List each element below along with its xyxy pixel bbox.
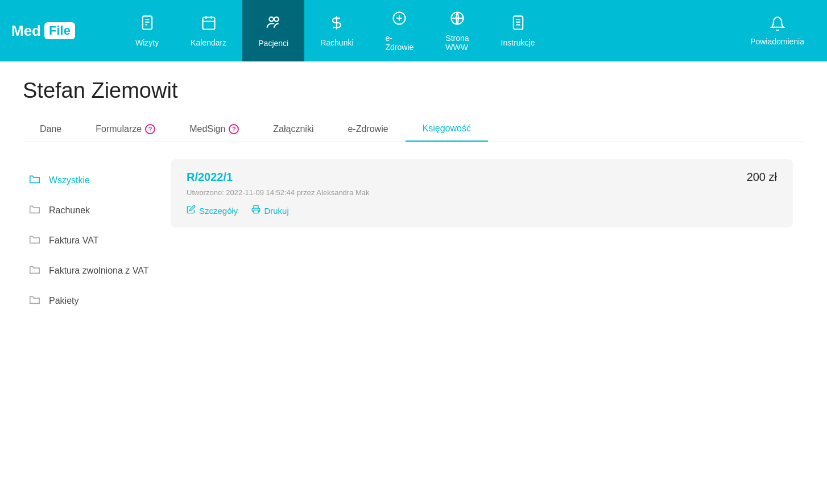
folder-icon-wszystkie	[28, 173, 41, 187]
folder-icon-rachunek	[28, 203, 41, 217]
invoice-print-label: Drukuj	[264, 206, 288, 216]
svg-rect-20	[254, 210, 258, 213]
tabs-bar: Dane Formularze ? MedSign ? Załączniki e…	[23, 117, 804, 142]
nav-item-rachunki[interactable]: Rachunki	[304, 0, 369, 61]
help-icon-medsign: ?	[229, 124, 239, 134]
people-icon	[265, 14, 282, 35]
nav-notifications[interactable]: Powiadomienia	[739, 16, 816, 46]
sidebar-item-faktura-zwolniona[interactable]: Faktura zwolniona z VAT	[23, 255, 159, 286]
nav-label-wizyty: Wizyty	[135, 38, 159, 47]
tab-label-formularze: Formularze	[96, 124, 142, 134]
clipboard-icon	[139, 15, 155, 35]
invoice-print-button[interactable]: Drukuj	[251, 205, 288, 216]
plus-circle-icon	[391, 10, 407, 30]
sidebar-label-faktura-zwolniona: Faktura zwolniona z VAT	[49, 266, 148, 276]
nav-label-pacjenci: Pacjenci	[258, 39, 288, 48]
invoice-details-button[interactable]: Szczegóły	[187, 205, 238, 216]
svg-rect-4	[202, 17, 214, 29]
navbar: Med File Wizyty	[0, 0, 827, 61]
nav-label-e-zdrowie: e-Zdrowie	[386, 34, 414, 52]
tab-dane[interactable]: Dane	[23, 117, 78, 142]
nav-label-powiadomienia: Powiadomienia	[750, 37, 804, 46]
invoice-area: R/2022/1 200 zł Utworzono: 2022-11-09 14…	[159, 159, 804, 316]
sidebar-item-wszystkie[interactable]: Wszystkie	[23, 165, 159, 195]
nav-item-e-zdrowie[interactable]: e-Zdrowie	[370, 0, 430, 61]
calendar-icon	[201, 15, 217, 35]
help-icon-formularze: ?	[145, 124, 155, 134]
nav-label-strona-www: Strona WWW	[445, 34, 469, 52]
invoice-id: R/2022/1	[187, 171, 233, 184]
logo-med-text: Med	[11, 22, 41, 40]
nav-item-kalendarz[interactable]: Kalendarz	[175, 0, 242, 61]
main-layout: Wszystkie Rachunek Faktura VAT	[23, 159, 804, 316]
tab-label-e-zdrowie: e-Zdrowie	[348, 124, 388, 134]
sidebar-item-faktura-vat[interactable]: Faktura VAT	[23, 225, 159, 255]
nav-item-wizyty[interactable]: Wizyty	[119, 0, 175, 61]
folder-icon-faktura-vat	[28, 233, 41, 247]
tab-label-dane: Dane	[40, 124, 61, 134]
invoice-meta: Utworzono: 2022-11-09 14:52:44 przez Ale…	[187, 188, 777, 197]
svg-rect-0	[142, 16, 151, 29]
nav-label-kalendarz: Kalendarz	[191, 38, 226, 47]
sidebar-label-faktura-vat: Faktura VAT	[49, 236, 98, 246]
main-content: Stefan Ziemowit Dane Formularze ? MedSig…	[0, 61, 827, 504]
tab-zalaczniki[interactable]: Załączniki	[256, 117, 330, 142]
invoice-header: R/2022/1 200 zł	[187, 171, 777, 184]
nav-items: Wizyty Kalendarz	[119, 0, 551, 61]
globe-icon	[449, 10, 465, 30]
patient-name: Stefan Ziemowit	[23, 79, 804, 103]
invoice-actions: Szczegóły Drukuj	[187, 205, 777, 216]
sidebar: Wszystkie Rachunek Faktura VAT	[23, 159, 159, 316]
tab-medsign[interactable]: MedSign ?	[172, 117, 256, 142]
dollar-icon	[329, 15, 345, 35]
tab-e-zdrowie[interactable]: e-Zdrowie	[330, 117, 405, 142]
sidebar-label-pakiety: Pakiety	[49, 296, 78, 306]
sidebar-label-rachunek: Rachunek	[49, 205, 90, 216]
nav-label-instrukcje: Instrukcje	[501, 38, 535, 47]
printer-icon	[251, 205, 260, 216]
tab-label-zalaczniki: Załączniki	[273, 124, 313, 134]
folder-icon-faktura-zwolniona	[28, 263, 41, 278]
nav-item-pacjenci[interactable]: Pacjenci	[242, 0, 304, 61]
invoice-details-label: Szczegóły	[199, 206, 238, 216]
tab-label-medsign: MedSign	[189, 124, 225, 134]
tab-formularze[interactable]: Formularze ?	[78, 117, 172, 142]
svg-point-8	[269, 17, 274, 22]
logo-file-text: File	[44, 22, 75, 39]
sidebar-label-wszystkie: Wszystkie	[49, 175, 90, 185]
logo[interactable]: Med File	[11, 22, 102, 40]
nav-item-strona-www[interactable]: Strona WWW	[429, 0, 485, 61]
document-icon	[510, 15, 526, 35]
bell-icon	[770, 16, 785, 34]
nav-label-rachunki: Rachunki	[320, 38, 353, 47]
folder-icon-pakiety	[28, 294, 41, 308]
invoice-amount: 200 zł	[747, 171, 777, 184]
tab-label-ksiegowosc: Księgowość	[423, 123, 471, 134]
invoice-card: R/2022/1 200 zł Utworzono: 2022-11-09 14…	[171, 159, 793, 228]
nav-item-instrukcje[interactable]: Instrukcje	[485, 0, 551, 61]
tab-ksiegowosc[interactable]: Księgowość	[406, 117, 488, 142]
sidebar-item-rachunek[interactable]: Rachunek	[23, 195, 159, 225]
svg-point-9	[274, 17, 279, 22]
sidebar-item-pakiety[interactable]: Pakiety	[23, 286, 159, 316]
pencil-icon	[187, 205, 196, 216]
svg-rect-16	[513, 16, 522, 29]
